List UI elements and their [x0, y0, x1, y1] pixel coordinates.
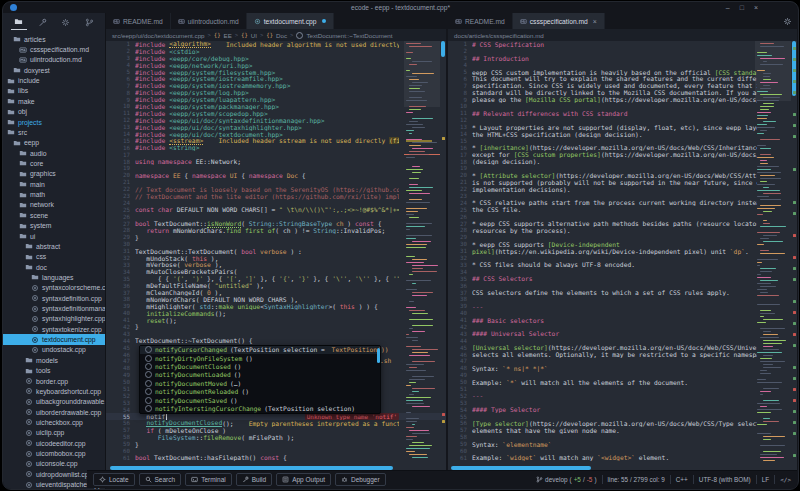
tree-item-textdocument-cpp[interactable]: textdocument.cpp: [3, 334, 105, 344]
language-mode[interactable]: C++: [676, 476, 688, 483]
code-line[interactable]: 34 mAutoCloseBracketsPairs(: [106, 268, 446, 275]
breadcrumb-segment[interactable]: docs/articles/cssspecification.md: [454, 32, 544, 39]
tree-item-uiconsole-cpp[interactable]: uiconsole.cpp: [3, 459, 105, 469]
tree-item-doxyrest[interactable]: doxyrest: [3, 65, 105, 75]
tree-item-src[interactable]: src: [3, 127, 105, 137]
code-line[interactable]: 3## Introduction: [448, 55, 797, 62]
code-line[interactable]: 38: [448, 296, 797, 303]
code-line[interactable]: 7#include <eepp/system/iostreammemory.hp…: [106, 82, 446, 89]
code-line[interactable]: 49: [448, 372, 797, 379]
encoding[interactable]: UTF-8 (with BOM): [699, 476, 751, 483]
code-line[interactable]: 41 reset();: [106, 317, 446, 324]
right-hscrollbar[interactable]: [451, 466, 591, 470]
breadcrumb-segment[interactable]: TextDocument::~TextDocument: [306, 32, 392, 39]
code-line[interactable]: 31pixel](https://en.wikipedia.org/wiki/D…: [448, 248, 797, 255]
tree-item-languages[interactable]: languages: [3, 272, 105, 282]
left-hscrollbar[interactable]: [110, 466, 393, 470]
code-line[interactable]: 33* CSS files should be always UTF-8 enc…: [448, 262, 797, 269]
code-line[interactable]: 26: [448, 213, 797, 220]
code-line[interactable]: 39---: [448, 303, 797, 310]
code-line[interactable]: 60: [448, 448, 797, 455]
tree-item-scene[interactable]: scene: [3, 210, 105, 220]
tree-item-audio[interactable]: audio: [3, 148, 105, 158]
code-line[interactable]: 39 mHighlighter( std::make_unique<Syntax…: [106, 303, 446, 310]
code-line[interactable]: 32 mUndoStack( this ),: [106, 255, 446, 262]
code-line[interactable]: 60: [106, 448, 446, 455]
code-line[interactable]: 31TextDocument::TextDocument( bool verbo…: [106, 248, 446, 255]
tree-item-obj[interactable]: obj: [3, 107, 105, 117]
code-line[interactable]: 45[Universal selector](https://developer…: [448, 344, 797, 351]
code-line[interactable]: 8standard will be directly linked to the…: [448, 89, 797, 96]
code-line[interactable]: 23// TextDocument and the lite editor (h…: [106, 193, 446, 200]
cursor-position[interactable]: line: 55 / 2799 col: 9: [608, 476, 665, 483]
code-line[interactable]: 61Example: `widget` will match any `<wid…: [448, 454, 797, 461]
code-line[interactable]: 35## CSS Selectors: [448, 275, 797, 282]
code-line[interactable]: 30: [106, 241, 446, 248]
autocomplete-item[interactable]: notifyDirtyOnFileSystem(): [140, 354, 380, 362]
close-button[interactable]: ×: [754, 3, 758, 12]
minimize-button[interactable]: –: [726, 3, 730, 12]
tree-item-uicodeeditor-cpp[interactable]: uicodeeditor.cpp: [3, 438, 105, 448]
code-line[interactable]: 27* eepp CSS supports alternative path m…: [448, 220, 797, 227]
code-line[interactable]: 22// Text document is loosely based on t…: [106, 186, 446, 193]
sidebar-tab-files[interactable]: [11, 14, 27, 30]
tree-item-articles[interactable]: articles: [3, 34, 105, 44]
code-line[interactable]: 56 notifyDocumentClosed(); Empty parenth…: [106, 420, 446, 427]
code-line[interactable]: 20* [Attribute selector](https://develop…: [448, 172, 797, 179]
search-button[interactable]: Search: [139, 473, 182, 486]
code-line[interactable]: 53: [448, 399, 797, 406]
code-line[interactable]: 3#include <eepp/core/debug.hpp>: [106, 55, 446, 62]
tree-item-uicheckbox-cpp[interactable]: uicheckbox.cpp: [3, 417, 105, 427]
code-line[interactable]: 50Example: `*` will match all the elemen…: [448, 379, 797, 386]
code-line[interactable]: 19: [106, 165, 446, 172]
code-line[interactable]: 58 FileSystem::fileRemove( mFilePath );: [106, 434, 446, 441]
tab-README-md[interactable]: README.md: [106, 13, 171, 29]
right-minimap[interactable]: [755, 41, 791, 465]
tree-item-libs[interactable]: libs: [3, 86, 105, 96]
code-line[interactable]: 12: [448, 117, 797, 124]
left-vscrollbar[interactable]: [441, 41, 445, 57]
autocomplete-item[interactable]: notifyInterstingCursorChange(TextPositio…: [140, 404, 380, 412]
tree-item-ui[interactable]: ui: [3, 231, 105, 241]
code-line[interactable]: 16* [inheritance](https://developer.mozi…: [448, 144, 797, 151]
code-line[interactable]: 16#include <string>: [106, 144, 446, 151]
titlebar[interactable]: ecode - eepp - textdocument.cpp* –□×: [3, 2, 798, 13]
code-line[interactable]: 6#include <eepp/system/iostreamfile.hpp>: [106, 75, 446, 82]
line-ending[interactable]: LF: [762, 476, 769, 483]
tree-item-undostack-cpp[interactable]: undostack.cpp: [3, 345, 105, 355]
code-line[interactable]: 2: [448, 48, 797, 55]
code-line[interactable]: 11#include <eepp/system/scopedop.hpp>: [106, 110, 446, 117]
code-line[interactable]: 57 if ( mDeleteOnClose ): [106, 427, 446, 434]
code-line[interactable]: 6This document will try to explain the s…: [448, 75, 797, 82]
right-breadcrumb[interactable]: docs/articles/cssspecification.md: [448, 29, 797, 41]
code-line[interactable]: 43#### Universal Selector: [448, 330, 797, 337]
code-line[interactable]: 28resources by the process).: [448, 227, 797, 234]
tab-README-md[interactable]: README.md: [448, 13, 513, 29]
terminal-button[interactable]: Terminal: [185, 473, 232, 486]
code-line[interactable]: 7specification. Since CSS is widely used…: [448, 82, 797, 89]
code-line[interactable]: 5eepp CSS custom implementation is heavi…: [448, 69, 797, 76]
locate-button[interactable]: Locate: [93, 473, 135, 486]
tab-close-icon[interactable]: ×: [593, 18, 597, 25]
code-line[interactable]: 21is not supported (probably will not be…: [448, 179, 797, 186]
breadcrumb-segment[interactable]: Doc: [276, 32, 287, 39]
code-line[interactable]: 42}: [106, 324, 446, 331]
code-line[interactable]: 10#include <eepp/system/packmanager.hpp>: [106, 103, 446, 110]
tree-item-main[interactable]: main: [3, 179, 105, 189]
code-line[interactable]: 24* CSS relative paths start from the pr…: [448, 199, 797, 206]
autocomplete-item[interactable]: notifyCursorChanged(TextPosition selecti…: [140, 346, 380, 354]
breadcrumb-segment[interactable]: src/eepp/ui/doc/textdocument.cpp: [112, 32, 205, 39]
tree-item-syntaxcolorscheme-cpp[interactable]: syntaxcolorscheme.cpp: [3, 283, 105, 293]
code-line[interactable]: 47: [448, 358, 797, 365]
code-line[interactable]: 38 mNonWordChars( DEFAULT_NON_WORD_CHARS…: [106, 296, 446, 303]
sidebar-tab-build[interactable]: [34, 15, 50, 30]
right-scroll-column[interactable]: [791, 41, 797, 465]
maximize-button[interactable]: □: [740, 3, 744, 12]
code-line[interactable]: 13#include <eepp/ui/doc/syntaxhighlighte…: [106, 124, 446, 131]
code-line[interactable]: 23: [448, 193, 797, 200]
tree-item-make[interactable]: make: [3, 96, 105, 106]
debugger-button[interactable]: Debugger: [335, 473, 386, 486]
code-line[interactable]: 43: [106, 330, 446, 337]
code-line[interactable]: 12#include <eepp/ui/doc/syntaxdefinition…: [106, 117, 446, 124]
right-code-area[interactable]: 1# CSS Specification23## Introduction45e…: [448, 41, 797, 465]
